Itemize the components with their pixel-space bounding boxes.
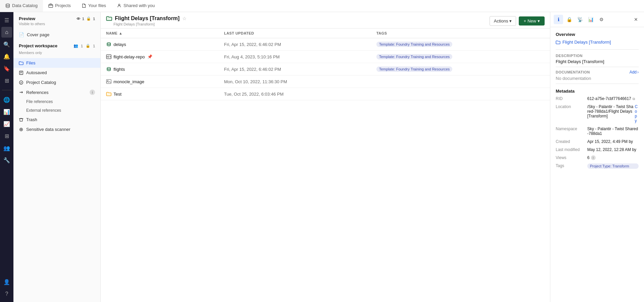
nav-apps-icon[interactable]: ⊞ — [1, 75, 12, 86]
tab-shared-with-you[interactable]: Shared with you — [111, 0, 160, 12]
table-row[interactable]: TestTue, Oct 25, 2022, 6:03:46 PM — [101, 88, 550, 100]
table-row[interactable]: delaysFri, Apr 15, 2022, 6:46:02 PMTempl… — [101, 38, 550, 51]
preview-icons: 👁 1 🔒 1 — [77, 16, 95, 21]
new-button[interactable]: + New ▾ — [519, 16, 545, 26]
rp-rss-icon[interactable]: 📡 — [575, 15, 585, 24]
preview-count-a: 1 — [82, 17, 84, 21]
nav-chart-icon[interactable]: 📈 — [1, 118, 12, 129]
project-catalog-label: Project Catalog — [26, 80, 56, 85]
pw-users-icon: 👥 — [74, 44, 78, 48]
scanner-icon — [19, 127, 24, 132]
sidebar-item-references[interactable]: References i — [13, 87, 100, 97]
rp-info-icon[interactable]: ℹ — [554, 15, 563, 24]
file-name: flights — [113, 67, 125, 72]
file-type-icon — [106, 91, 111, 97]
table-row[interactable]: flightsFri, Apr 15, 2022, 6:46:02 PMTemp… — [101, 63, 550, 76]
nav-grid-icon[interactable]: ⊞ — [1, 131, 12, 141]
project-catalog-icon — [19, 80, 24, 85]
your-files-icon — [82, 3, 86, 8]
meta-namespace-key: Namespace — [556, 127, 586, 131]
nav-help-icon[interactable]: ? — [1, 289, 12, 299]
autosaved-icon — [19, 70, 24, 75]
tab-projects[interactable]: Projects — [43, 0, 76, 12]
nav-globe-icon[interactable]: 🌐 — [1, 94, 12, 105]
shared-icon — [117, 3, 122, 8]
nav-bookmark-icon[interactable]: 🔖 — [1, 63, 12, 74]
nav-analytics-icon[interactable]: 📊 — [1, 106, 12, 117]
meta-namespace-value: Sky - Palantir - Twist Shared-788da1 — [587, 127, 639, 136]
tab-shared-with-you-label: Shared with you — [124, 3, 155, 8]
meta-location-value-container: /Sky - Palantir - Twist Shared-788da1/Fl… — [587, 104, 639, 123]
rp-metadata-section: Metadata RID 612-a75e-7cbf77646617 ⧉ Loc… — [556, 89, 639, 169]
nav-users-icon[interactable]: 👥 — [1, 143, 12, 153]
project-workspace-subtitle: Members only — [13, 51, 100, 57]
star-icon[interactable]: ☆ — [182, 16, 187, 21]
nav-alerts-icon[interactable]: 🔔 — [1, 51, 12, 62]
cover-page-label: Cover page — [27, 32, 49, 37]
tag-badge: Template: Foundry Training and Resources — [376, 54, 452, 59]
file-type-icon — [106, 66, 111, 72]
cell-last-updated: Fri, Aug 4, 2023, 5:10:16 PM — [219, 51, 371, 63]
rp-close-icon[interactable]: ✕ — [631, 15, 641, 24]
svg-point-0 — [6, 4, 10, 5]
col-tags-header: Tags — [371, 29, 550, 38]
nav-wrench-icon[interactable]: 🔧 — [1, 155, 12, 165]
nav-menu-icon[interactable]: ☰ — [1, 15, 12, 26]
nav-home-icon[interactable]: ⌂ — [1, 27, 12, 38]
location-copy-link[interactable]: Copy — [635, 104, 639, 123]
rp-divider-2 — [556, 67, 639, 67]
cell-name: flight-delay-repo📌 — [101, 51, 219, 63]
main-layout: ☰ ⌂ 🔍 🔔 🔖 ⊞ 🌐 📊 📈 ⊞ 👥 🔧 👤 ? Preview 👁 1 … — [0, 12, 644, 302]
cell-tags — [371, 76, 550, 88]
file-table-container: Name ▲ Last Updated Tags delaysFri, Apr … — [101, 29, 550, 302]
nav-person-icon[interactable]: 👤 — [1, 276, 12, 287]
sidebar-item-sensitive-data-scanner[interactable]: Sensitive data scanner — [13, 124, 100, 134]
sidebar-item-files[interactable]: Files — [13, 58, 100, 68]
meta-row-namespace: Namespace Sky - Palantir - Twist Shared-… — [556, 127, 639, 136]
rp-project-link[interactable]: Flight Delays [Transform] — [556, 40, 639, 45]
col-name-header[interactable]: Name ▲ — [101, 29, 219, 38]
new-plus-icon: + — [523, 18, 526, 23]
cell-last-updated: Fri, Apr 15, 2022, 6:46:02 PM — [219, 63, 371, 76]
page-folder-icon — [106, 15, 112, 21]
references-label: References — [26, 90, 48, 95]
rid-copy-icon[interactable]: ⧉ — [633, 97, 635, 101]
tab-projects-label: Projects — [55, 3, 71, 8]
tab-data-catalog[interactable]: Data Catalog — [0, 0, 43, 12]
rp-settings-icon[interactable]: ⚙ — [597, 15, 606, 24]
sidebar-item-trash[interactable]: Trash — [13, 115, 100, 124]
nav-search-icon[interactable]: 🔍 — [1, 39, 12, 50]
trash-icon — [19, 117, 24, 122]
meta-views-value-container: 6 i — [587, 155, 639, 160]
page-title-row: Flight Delays [Transform] ☆ — [106, 15, 187, 21]
svg-point-4 — [19, 81, 23, 84]
rp-chart-icon[interactable]: 📊 — [586, 15, 595, 24]
cell-last-updated: Tue, Oct 25, 2022, 6:03:46 PM — [219, 88, 371, 100]
table-row[interactable]: flight-delay-repo📌Fri, Aug 4, 2023, 5:10… — [101, 51, 550, 63]
cell-tags: Template: Foundry Training and Resources — [371, 38, 550, 51]
meta-views-value: 6 — [587, 155, 590, 160]
sidebar-item-autosaved[interactable]: Autosaved — [13, 68, 100, 78]
rp-documentation-section: Documentation Add › — [556, 70, 639, 74]
rp-add-documentation[interactable]: Add › — [630, 70, 639, 74]
col-last-updated-header: Last Updated — [219, 29, 371, 38]
rp-overview-title: Overview — [556, 32, 639, 37]
views-info-icon: i — [591, 155, 596, 160]
actions-label: Actions — [494, 18, 508, 23]
eye-icon: 👁 — [77, 17, 80, 21]
new-label: New — [527, 18, 536, 23]
sidebar-item-external-references[interactable]: External references — [13, 106, 100, 115]
files-folder-icon — [19, 61, 24, 65]
sidebar-item-project-catalog[interactable]: Project Catalog — [13, 78, 100, 87]
rp-add-label: Add — [630, 70, 637, 74]
rp-lock-icon[interactable]: 🔒 — [564, 15, 574, 24]
tab-your-files[interactable]: Your files — [76, 0, 111, 12]
actions-button[interactable]: Actions ▾ — [490, 16, 516, 26]
meta-row-rid: RID 612-a75e-7cbf77646617 ⧉ — [556, 96, 639, 101]
cell-name: delays — [101, 38, 219, 51]
sidebar-item-cover-page[interactable]: 📄 Cover page — [13, 30, 100, 40]
table-row[interactable]: monocle_imageMon, Oct 10, 2022, 11:36:30… — [101, 76, 550, 88]
references-info-badge[interactable]: i — [90, 90, 95, 95]
book-icon: 📄 — [19, 32, 24, 37]
sidebar-item-file-references[interactable]: File references — [13, 97, 100, 106]
